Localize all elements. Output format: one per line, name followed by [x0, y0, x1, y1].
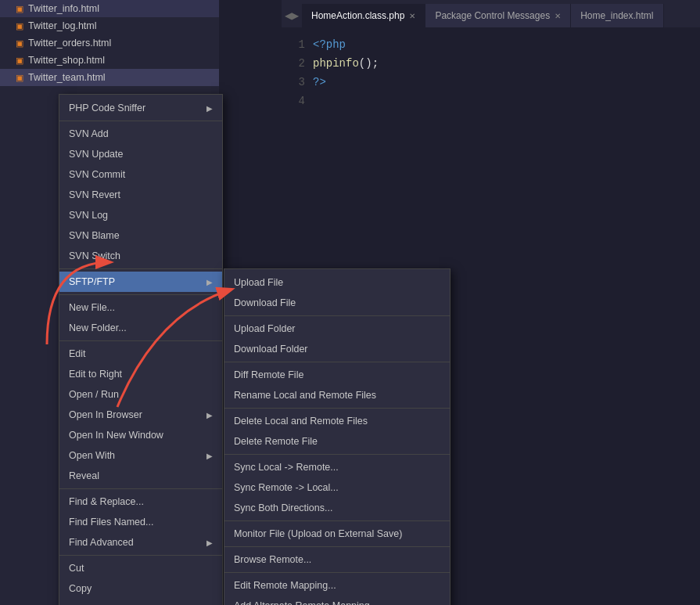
menu-item-copy[interactable]: Copy [59, 578, 222, 599]
sidebar-item-twitter-orders[interactable]: ▣ Twitter_orders.html [0, 34, 219, 52]
sftp-sep-5 [224, 520, 450, 521]
sftp-upload-folder[interactable]: Upload Folder [224, 319, 450, 339]
tab-home-index[interactable]: Home_index.html [571, 4, 663, 27]
sidebar-item-twitter-shop[interactable]: ▣ Twitter_shop.html [0, 52, 219, 69]
line-num-4: 4 [282, 95, 313, 107]
sftp-diff-remote[interactable]: Diff Remote File [224, 365, 450, 385]
menu-item-php-code-sniffer[interactable]: PHP Code Sniffer ▶ [59, 98, 222, 118]
sftp-add-alternate-mapping[interactable]: Add Alternate Remote Mapping... [224, 596, 450, 605]
html-icon: ▣ [16, 21, 23, 31]
submenu-arrow-icon: ▶ [206, 104, 213, 113]
tab-close-homeaction[interactable]: ✕ [409, 12, 415, 20]
submenu-arrow-browser-icon: ▶ [206, 411, 213, 420]
html-icon: ▣ [16, 38, 23, 49]
menu-separator-6 [59, 555, 222, 556]
context-menu: PHP Code Sniffer ▶ SVN Add SVN Update SV… [59, 94, 223, 605]
menu-item-new-folder[interactable]: New Folder... [59, 318, 222, 338]
code-line-2: 2 phpinfo(); [282, 54, 700, 73]
html-icon: ▣ [16, 4, 23, 14]
line-content-2: phpinfo(); [313, 57, 379, 70]
tab-homeaction[interactable]: HomeAction.class.php ✕ [302, 4, 425, 27]
menu-item-svn-add[interactable]: SVN Add [59, 124, 222, 144]
menu-separator-2 [59, 268, 222, 269]
code-line-4: 4 [282, 92, 700, 110]
code-line-3: 3 ?> [282, 73, 700, 92]
tab-nav-right-icon[interactable]: ▶ [292, 10, 299, 21]
html-icon: ▣ [16, 56, 23, 66]
sftp-delete-remote[interactable]: Delete Remote File [224, 431, 450, 452]
sftp-sep-3 [224, 408, 450, 409]
menu-item-open-run[interactable]: Open / Run [59, 384, 222, 405]
tab-bar: ◀ ▶ HomeAction.class.php ✕ Package Contr… [282, 0, 700, 27]
menu-item-open-with[interactable]: Open With ▶ [59, 445, 222, 466]
menu-item-find-advanced[interactable]: Find Advanced ▶ [59, 532, 222, 553]
line-num-2: 2 [282, 57, 313, 70]
menu-item-edit[interactable]: Edit [59, 344, 222, 364]
sftp-sep-6 [224, 546, 450, 547]
menu-item-svn-log[interactable]: SVN Log [59, 205, 222, 225]
menu-item-open-new-window[interactable]: Open In New Window [59, 425, 222, 445]
line-content-3: ?> [313, 76, 326, 88]
line-num-1: 1 [282, 38, 313, 51]
menu-separator-5 [59, 488, 222, 489]
menu-item-new-file[interactable]: New File... [59, 297, 222, 318]
sftp-sep-2 [224, 362, 450, 362]
tab-nav-arrows[interactable]: ◀ ▶ [282, 4, 302, 27]
menu-item-sftp-ftp[interactable]: SFTP/FTP ▶ Upload File Download File Upl… [59, 272, 222, 292]
line-content-1: <?php [313, 38, 346, 51]
sidebar-item-twitter-info[interactable]: ▣ Twitter_info.html [0, 0, 219, 17]
sftp-delete-local-remote[interactable]: Delete Local and Remote Files [224, 411, 450, 431]
menu-item-svn-blame[interactable]: SVN Blame [59, 225, 222, 246]
sftp-upload-file[interactable]: Upload File [224, 272, 450, 293]
tab-nav-left-icon[interactable]: ◀ [285, 10, 292, 21]
sftp-rename-local-remote[interactable]: Rename Local and Remote Files [224, 385, 450, 405]
html-icon: ▣ [16, 73, 23, 83]
menu-item-cut[interactable]: Cut [59, 558, 222, 578]
sftp-sync-local-remote[interactable]: Sync Local -> Remote... [224, 457, 450, 477]
sftp-browse-remote[interactable]: Browse Remote... [224, 549, 450, 570]
menu-item-copy-name[interactable]: Copy Name [59, 599, 222, 605]
sftp-submenu: Upload File Download File Upload Folder … [224, 268, 451, 605]
menu-item-svn-revert[interactable]: SVN Revert [59, 185, 222, 205]
line-num-3: 3 [282, 76, 313, 88]
menu-item-svn-update[interactable]: SVN Update [59, 144, 222, 164]
sftp-monitor-file[interactable]: Monitor File (Upload on External Save) [224, 524, 450, 544]
menu-separator-4 [59, 340, 222, 341]
sftp-sync-both[interactable]: Sync Both Directions... [224, 498, 450, 518]
menu-separator-3 [59, 294, 222, 295]
submenu-arrow-openwith-icon: ▶ [206, 452, 213, 460]
sftp-sep-1 [224, 315, 450, 316]
sftp-sep-4 [224, 454, 450, 455]
sftp-download-file[interactable]: Download File [224, 293, 450, 313]
submenu-arrow-sftp-icon: ▶ [206, 278, 213, 286]
tab-close-package-control[interactable]: ✕ [555, 12, 561, 20]
code-line-1: 1 <?php [282, 35, 700, 54]
submenu-arrow-advanced-icon: ▶ [206, 538, 213, 547]
menu-separator-1 [59, 121, 222, 121]
menu-item-open-in-browser[interactable]: Open In Browser ▶ [59, 405, 222, 425]
sftp-download-folder[interactable]: Download Folder [224, 339, 450, 359]
menu-item-find-replace[interactable]: Find & Replace... [59, 492, 222, 512]
menu-item-edit-to-right[interactable]: Edit to Right [59, 364, 222, 384]
menu-item-svn-commit[interactable]: SVN Commit [59, 164, 222, 185]
sidebar-item-twitter-team[interactable]: ▣ Twitter_team.html [0, 69, 219, 86]
sftp-edit-remote-mapping[interactable]: Edit Remote Mapping... [224, 575, 450, 596]
sftp-sep-7 [224, 572, 450, 573]
tab-package-control[interactable]: Package Control Messages ✕ [425, 4, 571, 27]
menu-item-find-files[interactable]: Find Files Named... [59, 512, 222, 532]
sftp-sync-remote-local[interactable]: Sync Remote -> Local... [224, 477, 450, 498]
menu-item-svn-switch[interactable]: SVN Switch [59, 246, 222, 266]
sidebar-item-twitter-log[interactable]: ▣ Twitter_log.html [0, 17, 219, 34]
menu-item-reveal[interactable]: Reveal [59, 466, 222, 486]
